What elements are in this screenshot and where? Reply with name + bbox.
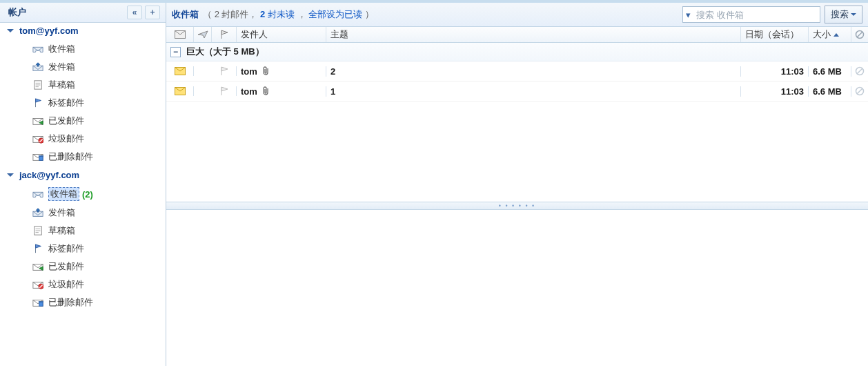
mail-date: 11:03 [781, 86, 804, 97]
account-name: tom@yyf.com [19, 26, 79, 36]
mail-flag-cell[interactable] [212, 86, 237, 96]
folder-item-sent[interactable]: 已发邮件 [0, 112, 166, 130]
folder-label: 标签邮件 [48, 242, 84, 255]
inbox-icon [30, 44, 46, 54]
message-group-label: 巨大（大于 5 MB） [186, 46, 264, 58]
info-total: 2 封邮件， [215, 9, 258, 19]
folder-item-junk[interactable]: 垃圾邮件 [0, 276, 166, 293]
search-button-label: 搜索 [831, 8, 849, 21]
folder-item-trash[interactable]: 已删除邮件 [0, 148, 166, 166]
col-blocked[interactable] [851, 27, 868, 42]
paperclip-icon [263, 66, 270, 76]
search-box[interactable]: ▾ [682, 6, 820, 23]
add-account-button[interactable]: + [145, 6, 160, 19]
flag-icon [219, 30, 230, 39]
col-size[interactable]: 大小 [809, 27, 851, 42]
info-open: （ [203, 9, 212, 19]
mail-sender-cell: tom [237, 86, 326, 97]
account-header[interactable]: jack@yyf.com [0, 167, 166, 183]
folder-label: 发件箱 [48, 61, 75, 73]
info-unread-count[interactable]: 2 [260, 9, 265, 19]
accounts-container: tom@yyf.com收件箱发件箱草稿箱标签邮件已发邮件垃圾邮件已删除邮件jac… [0, 23, 166, 313]
info-close: ） [365, 9, 374, 19]
svg-marker-25 [36, 244, 41, 248]
folder-item-trash[interactable]: 已删除邮件 [0, 293, 166, 311]
mail-date: 11:03 [781, 66, 804, 77]
info-unread-text[interactable]: 封未读 [268, 9, 295, 19]
collapse-group-icon[interactable]: − [170, 47, 181, 57]
account-header[interactable]: tom@yyf.com [0, 23, 166, 39]
message-list[interactable]: − 巨大（大于 5 MB） tom211:036.6 MBtom111:036.… [166, 43, 868, 202]
outbox-icon [30, 62, 46, 72]
chevron-double-left-icon: « [132, 8, 137, 17]
folder-label: 垃圾邮件 [48, 278, 84, 291]
search-button[interactable]: 搜索 [825, 6, 862, 23]
col-readstate[interactable] [166, 27, 194, 42]
paperclip-icon [263, 86, 270, 96]
col-flag[interactable] [212, 27, 237, 42]
folder-label: 垃圾邮件 [48, 133, 84, 145]
folder-item-sent[interactable]: 已发邮件 [0, 258, 166, 276]
mail-date-cell: 11:03 [741, 66, 809, 77]
app-root: 帐户 « + tom@yyf.com收件箱发件箱草稿箱标签邮件已发邮件垃圾邮件已… [0, 0, 868, 366]
folder-label: 收件箱 [50, 189, 77, 199]
col-forwarded[interactable] [194, 27, 212, 42]
folder-label: 已删除邮件 [48, 151, 93, 163]
folder-item-flag[interactable]: 标签邮件 [0, 240, 166, 258]
mail-row[interactable]: tom211:036.6 MB [166, 61, 868, 81]
mail-sender-cell: tom [237, 66, 326, 77]
preview-resize-handle[interactable]: • • • • • • [166, 202, 868, 210]
folder-item-inbox[interactable]: 收件箱(2) [0, 184, 166, 204]
svg-marker-42 [221, 67, 228, 71]
folder-item-outbox[interactable]: 发件箱 [0, 204, 166, 222]
search-scope-dropdown-icon[interactable]: ▾ [686, 10, 691, 20]
mail-readstate-cell[interactable] [166, 86, 194, 96]
col-date-label: 日期（会话） [745, 28, 799, 41]
mail-date-cell: 11:03 [741, 86, 809, 97]
message-group-header[interactable]: − 巨大（大于 5 MB） [166, 43, 868, 61]
sidebar-title: 帐户 [8, 6, 26, 19]
folder-item-drafts[interactable]: 草稿箱 [0, 76, 166, 94]
trash-icon [30, 152, 46, 162]
mail-subject: 1 [331, 86, 335, 97]
search-input[interactable] [695, 9, 794, 21]
mark-all-read-link[interactable]: 全部设为已读 [308, 9, 362, 19]
blocked-icon [855, 66, 865, 76]
mail-subject-cell: 2 [326, 66, 741, 77]
collapse-panel-button[interactable]: « [127, 6, 142, 19]
folder-unread-count: (2) [82, 189, 93, 200]
folder-item-drafts[interactable]: 草稿箱 [0, 222, 166, 240]
drag-handle-icon: • • • • • • [499, 202, 535, 209]
mail-blocked-cell[interactable] [851, 66, 868, 76]
folder-label: 收件箱 [48, 43, 75, 55]
sidebar-header: 帐户 « + [0, 3, 166, 23]
drafts-icon [30, 80, 46, 90]
folder-item-junk[interactable]: 垃圾邮件 [0, 130, 166, 148]
mail-size: 6.6 MB [813, 86, 842, 97]
sent-icon [30, 262, 46, 271]
plus-icon: + [150, 8, 155, 17]
outbox-icon [30, 208, 46, 218]
folder-item-outbox[interactable]: 发件箱 [0, 58, 166, 76]
junk-icon [30, 134, 46, 144]
col-subject[interactable]: 主题 [326, 27, 741, 42]
folder-item-inbox[interactable]: 收件箱 [0, 40, 166, 58]
mail-flag-cell[interactable] [212, 66, 237, 76]
svg-marker-8 [36, 99, 41, 102]
folder-item-flag[interactable]: 标签邮件 [0, 94, 166, 112]
folder-label: 已发邮件 [48, 260, 84, 273]
svg-rect-32 [39, 302, 43, 306]
col-size-label: 大小 [813, 28, 831, 41]
mail-row[interactable]: tom111:036.6 MB [166, 81, 868, 102]
col-date[interactable]: 日期（会话） [741, 27, 809, 42]
mail-readstate-cell[interactable] [166, 66, 194, 76]
chevron-down-icon [851, 13, 856, 16]
flag-icon [30, 244, 46, 253]
account-name: jack@yyf.com [19, 170, 79, 180]
folder-label: 发件箱 [48, 206, 75, 219]
col-sender[interactable]: 发件人 [237, 27, 326, 42]
svg-rect-16 [39, 155, 43, 156]
svg-rect-33 [39, 301, 43, 302]
mail-blocked-cell[interactable] [851, 86, 868, 96]
main-area: 收件箱 （ 2 封邮件， 2 封未读 ， 全部设为已读 ） ▾ 搜索 [166, 3, 868, 366]
